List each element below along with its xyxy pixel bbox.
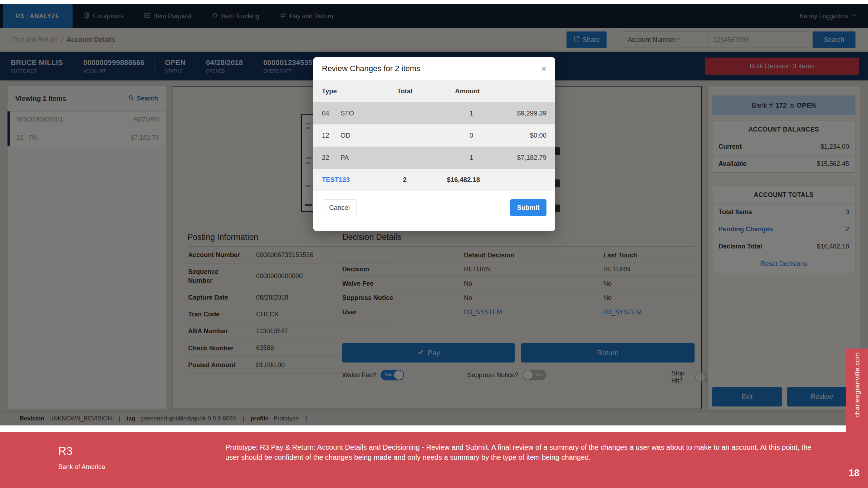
column-type: Type bbox=[322, 87, 383, 95]
row-name: OD bbox=[340, 132, 450, 139]
footer-company: Bank of America bbox=[58, 463, 105, 471]
row-amount: $0.00 bbox=[493, 132, 546, 139]
modal-table-row: 22 PA 1 $7,182.79 bbox=[313, 147, 555, 169]
column-total: Total bbox=[383, 87, 426, 95]
row-code: 12 bbox=[322, 132, 340, 139]
row-code: 04 bbox=[322, 109, 340, 117]
slide: R3 : ANALYZE Exceptions Item Request Ite… bbox=[0, 0, 868, 488]
row-name: PA bbox=[340, 154, 450, 162]
row-name: STO bbox=[340, 109, 450, 117]
row-amount: $7,182.79 bbox=[493, 154, 546, 162]
modal-title: Review Changes for 2 items bbox=[322, 64, 420, 73]
row-code: 22 bbox=[322, 154, 340, 162]
page-number: 18 bbox=[849, 468, 859, 479]
review-changes-modal: Review Changes for 2 items × Type Total … bbox=[313, 57, 555, 231]
close-icon[interactable]: × bbox=[541, 64, 546, 73]
submit-button[interactable]: Submit bbox=[510, 199, 546, 216]
row-total: 1 bbox=[450, 154, 493, 162]
footer-brand: R3 bbox=[58, 445, 73, 458]
footer-description: Prototype: R3 Pay & Return: Account Deta… bbox=[225, 443, 819, 462]
modal-table-row: 12 OD 0 $0.00 bbox=[313, 124, 555, 147]
row-amount: $9,299.39 bbox=[493, 109, 546, 117]
modal-footer: Cancel Submit bbox=[313, 191, 555, 230]
modal-header: Review Changes for 2 items × bbox=[313, 57, 555, 80]
watermark-text: charlesgranville.com bbox=[853, 352, 861, 418]
row-total: 0 bbox=[450, 132, 493, 139]
modal-table-row: 04 STO 1 $9,299.39 bbox=[313, 102, 555, 124]
total-row-total: 2 bbox=[383, 176, 426, 184]
total-row-amount: $16,482.18 bbox=[426, 176, 480, 184]
cancel-button[interactable]: Cancel bbox=[322, 199, 357, 216]
modal-total-row: TEST123 2 $16,482.18 bbox=[313, 169, 555, 191]
column-amount: Amount bbox=[426, 87, 480, 95]
slide-footer: R3 Bank of America Prototype: R3 Pay & R… bbox=[0, 432, 868, 488]
watermark-strip: charlesgranville.com bbox=[846, 349, 868, 488]
modal-table-header: Type Total Amount bbox=[313, 80, 555, 102]
row-total: 1 bbox=[450, 109, 493, 117]
total-row-label-link[interactable]: TEST123 bbox=[322, 176, 383, 184]
